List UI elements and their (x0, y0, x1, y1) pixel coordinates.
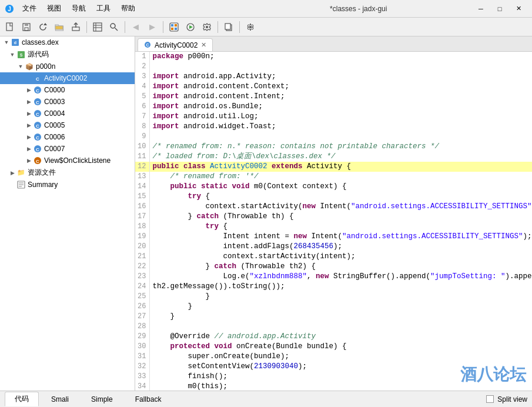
line-code[interactable]: import android.app.Activity; (150, 72, 532, 82)
tab-close-button[interactable]: ✕ (201, 42, 206, 48)
line-code[interactable]: import android.os.Bundle; (150, 102, 532, 112)
string-literal: "android.settings.ACCESSIBILITY_SETTINGS… (342, 232, 523, 241)
tab-simple[interactable]: Simple (81, 393, 123, 406)
line-number: 27 (135, 312, 150, 322)
line-code[interactable]: /* loaded from: D:\桌面\dex\classes.dex */ (150, 152, 532, 162)
line-code[interactable]: setContentView(2130903040); (150, 362, 532, 372)
code-editor[interactable]: 1package p000n;23import android.app.Acti… (135, 52, 532, 391)
code-line: 34 m0(this); (135, 382, 532, 391)
line-code[interactable]: import android.widget.Toast; (150, 122, 532, 132)
sidebar-item-source[interactable]: ▼ S 源代码 (0, 48, 135, 61)
sep4 (218, 21, 218, 33)
save-all-button[interactable] (19, 19, 34, 35)
tab-ActivityC0002[interactable]: C ActivityC0002 ✕ (138, 38, 213, 51)
line-code[interactable]: context.startActivity(new Intent("androi… (150, 202, 532, 212)
open-button[interactable] (52, 19, 67, 35)
sidebar-item-summary[interactable]: Summary (0, 179, 135, 191)
sep5 (239, 21, 240, 33)
window-controls: ─ □ ✕ (472, 3, 527, 15)
line-code[interactable]: } catch (Throwable th2) { (150, 262, 532, 272)
sidebar-item-view-onclick[interactable]: ▶ C View$OnClickListene (0, 155, 135, 166)
tab-fallback[interactable]: Fallback (125, 393, 172, 406)
sidebar-item-ActivityC0002[interactable]: C ActivityC0002 (0, 72, 135, 84)
code-line: 14 public static void m0(Context context… (135, 182, 532, 192)
comment: /* renamed from: '*/ (170, 172, 258, 181)
sidebar-item-C0000[interactable]: ▶ C C0000 (0, 84, 135, 96)
menu-navigate[interactable]: 导航 (67, 2, 91, 15)
tab-smali[interactable]: Smali (41, 393, 79, 406)
line-code[interactable]: package p000n; (150, 52, 532, 62)
sidebar-item-C0003[interactable]: ▶ C C0003 (0, 96, 135, 108)
line-code[interactable]: m0(this); (150, 382, 532, 391)
line-code[interactable]: } (150, 292, 532, 302)
sidebar-item-classes-dex[interactable]: ▼ d classes.dex (0, 36, 135, 48)
line-code[interactable]: @Override // android.app.Activity (150, 332, 532, 342)
menu-help[interactable]: 帮助 (116, 2, 140, 15)
string-literal: "jumpToSetting: " (430, 272, 506, 281)
line-code[interactable] (150, 132, 532, 142)
forward-button[interactable]: ▶ (145, 19, 160, 35)
line-code[interactable]: public static void m0(Context context) { (150, 182, 532, 192)
code-text: Log.e( (152, 272, 249, 281)
line-code[interactable] (150, 62, 532, 72)
tab-code[interactable]: 代码 (5, 392, 39, 406)
sidebar-item-C0004[interactable]: ▶ C C0004 (0, 108, 135, 119)
split-view-checkbox[interactable] (486, 395, 494, 403)
number-literal: 2130903040 (254, 362, 298, 371)
line-code[interactable]: } (150, 312, 532, 322)
line-code[interactable]: try { (150, 192, 532, 202)
close-button[interactable]: ✕ (510, 3, 527, 15)
code-text: super.onCreate(bundle); (152, 352, 289, 361)
line-code[interactable]: try { (150, 222, 532, 232)
refresh-button[interactable] (35, 19, 51, 35)
expand-icon: ▶ (25, 156, 33, 165)
back-button[interactable]: ◀ (128, 19, 143, 35)
line-code[interactable]: import android.content.Intent; (150, 92, 532, 102)
code-text (267, 162, 272, 171)
sidebar-item-p000n[interactable]: ▼ 📦 p000n (0, 61, 135, 72)
sidebar-item-resources[interactable]: ▶ 📁 资源文件 (0, 166, 135, 179)
expand-icon: ▼ (16, 62, 25, 71)
settings-button[interactable] (243, 19, 258, 35)
line-code[interactable]: th2.getMessage()).toString()); (150, 282, 532, 292)
line-code[interactable]: finish(); (150, 372, 532, 382)
code-line: 11/* loaded from: D:\桌面\dex\classes.dex … (135, 152, 532, 162)
line-code[interactable]: super.onCreate(bundle); (150, 352, 532, 362)
code-text (152, 342, 170, 351)
line-code[interactable]: context.startActivity(intent); (150, 252, 532, 262)
run1-button[interactable] (166, 19, 182, 35)
copy-button[interactable] (221, 19, 236, 35)
menu-file[interactable]: 文件 (18, 2, 41, 15)
line-code[interactable]: intent.addFlags(268435456); (150, 242, 532, 252)
line-code[interactable]: /* renamed from: '*/ (150, 172, 532, 182)
new-button[interactable] (2, 19, 18, 35)
sidebar-item-C0005[interactable]: ▶ C C0005 (0, 119, 135, 131)
line-number: 19 (135, 232, 150, 242)
line-code[interactable]: /* renamed from: n.* reason: contains no… (150, 142, 532, 152)
code-text: ); (298, 362, 307, 371)
line-code[interactable]: Log.e("xzlnbdnm888", new StringBuffer().… (150, 272, 532, 282)
line-code[interactable]: protected void onCreate(Bundle bundle) { (150, 342, 532, 352)
run2-button[interactable] (183, 19, 198, 35)
keyword: import (152, 102, 179, 111)
export-button[interactable] (68, 19, 83, 35)
search-button[interactable] (106, 19, 122, 35)
sidebar-item-C0007[interactable]: ▶ C C0007 (0, 143, 135, 155)
line-code[interactable]: } catch (Throwable th) { (150, 212, 532, 222)
menu-tools[interactable]: 工具 (92, 2, 115, 15)
run3-button[interactable] (199, 19, 215, 35)
minimize-button[interactable]: ─ (472, 3, 490, 15)
maximize-button[interactable]: □ (491, 3, 508, 15)
svg-marker-21 (189, 25, 193, 29)
keyword: static (201, 182, 227, 191)
decompile-button[interactable] (90, 19, 105, 35)
menu-view[interactable]: 视图 (42, 2, 66, 15)
line-code[interactable]: import android.content.Context; (150, 82, 532, 92)
line-code[interactable]: } (150, 302, 532, 312)
line-code[interactable] (150, 322, 532, 332)
keyword: import (152, 82, 179, 91)
sidebar-item-C0006[interactable]: ▶ C C0006 (0, 131, 135, 143)
line-code[interactable]: import android.util.Log; (150, 112, 532, 122)
line-code[interactable]: public class ActivityC0002 extends Activ… (150, 162, 532, 172)
line-code[interactable]: Intent intent = new Intent("android.sett… (150, 232, 532, 242)
